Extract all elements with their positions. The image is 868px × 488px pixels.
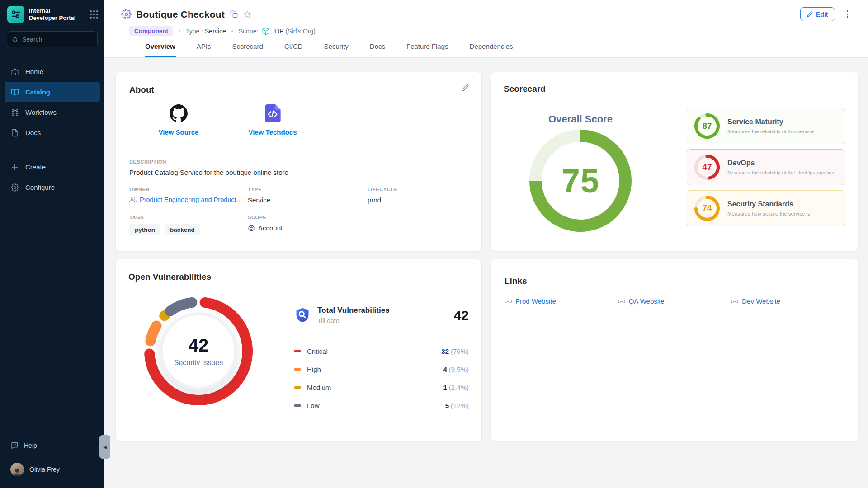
score-ring: 47 bbox=[694, 155, 720, 180]
description-label: DESCRIPTION bbox=[129, 159, 468, 164]
catalog-icon bbox=[10, 88, 19, 96]
content: About View Source View Techdocs bbox=[104, 58, 868, 488]
help-label: Help bbox=[24, 442, 37, 449]
edit-button[interactable]: Edit bbox=[800, 7, 835, 21]
sidebar-item-home[interactable]: Home bbox=[0, 61, 104, 82]
workflows-icon bbox=[10, 108, 19, 117]
page-title: Boutique Checkout bbox=[136, 9, 225, 20]
tag-chip[interactable]: python bbox=[129, 224, 160, 235]
logo-row: Internal Developer Portal bbox=[0, 0, 104, 23]
severity-pct: (2.4%) bbox=[449, 384, 469, 391]
gear-icon bbox=[10, 183, 19, 192]
help-button[interactable]: ? Help bbox=[0, 437, 104, 454]
vulnerabilities-donut: 42 Security Issues bbox=[144, 297, 253, 405]
scope-label: Scope: bbox=[239, 28, 259, 35]
overall-score-donut: 75 bbox=[529, 130, 632, 232]
tab-docs[interactable]: Docs bbox=[369, 42, 386, 57]
app-logo-icon bbox=[7, 6, 24, 23]
owner-link[interactable]: Product Engineering and Product... bbox=[129, 196, 248, 203]
severity-pct: (9.5%) bbox=[449, 366, 469, 373]
sidebar-search[interactable] bbox=[7, 31, 98, 47]
sidebar-nav: Home Catalog Workflows Docs bbox=[0, 61, 104, 143]
overall-score-label: Overall Score bbox=[548, 113, 613, 125]
total-vulnerabilities-value: 42 bbox=[454, 308, 469, 323]
tab-apis[interactable]: APIs bbox=[196, 42, 212, 57]
security-issues-label: Security Issues bbox=[174, 359, 223, 367]
copy-icon[interactable] bbox=[230, 10, 238, 18]
view-source-link[interactable]: View Source bbox=[149, 104, 208, 136]
severity-label: Medium bbox=[307, 384, 331, 391]
sidebar-collapse-handle[interactable]: ◀ bbox=[99, 435, 110, 459]
tags-label: TAGS bbox=[129, 215, 248, 220]
link-label: QA Website bbox=[629, 297, 665, 305]
scope-org: (Sid's Org) bbox=[286, 28, 316, 35]
vulnerabilities-card: Open Vulnerabilities 42 Security Issues bbox=[115, 259, 482, 441]
sidebar-item-configure[interactable]: Configure bbox=[0, 177, 104, 197]
home-icon bbox=[10, 68, 19, 76]
description-value: Product Catalog Service for the boutique… bbox=[129, 169, 468, 176]
user-menu[interactable]: Olivia Frey bbox=[0, 457, 104, 483]
tab-feature-flags[interactable]: Feature Flags bbox=[406, 42, 449, 57]
apps-grid-icon[interactable] bbox=[90, 10, 98, 19]
star-icon[interactable] bbox=[243, 10, 251, 19]
main: Boutique Checkout Edit Component Type : … bbox=[104, 0, 868, 488]
type-label: Type : bbox=[186, 28, 203, 35]
score-ring: 74 bbox=[694, 196, 720, 221]
tab-dependencies[interactable]: Dependencies bbox=[469, 42, 514, 57]
links-card: Links Prod Website QA Website Dev Websit… bbox=[491, 259, 859, 441]
chevron-left-icon: ◀ bbox=[103, 445, 107, 450]
score-value: 87 bbox=[694, 113, 720, 139]
sidebar-item-label: Home bbox=[25, 68, 43, 75]
score-name: Security Standards bbox=[727, 200, 810, 208]
edit-about-icon[interactable] bbox=[461, 84, 469, 92]
package-icon bbox=[262, 27, 270, 35]
kind-badge: Component bbox=[129, 26, 173, 36]
shield-search-icon bbox=[294, 307, 311, 324]
techdocs-icon bbox=[264, 104, 281, 122]
tab-scorecard[interactable]: Scorecard bbox=[231, 42, 263, 57]
sidebar-item-label: Workflows bbox=[25, 108, 57, 116]
overall-score-value: 75 bbox=[561, 162, 599, 200]
score-desc: Measures the reliability of this service bbox=[727, 129, 814, 134]
low-dash-icon bbox=[294, 404, 301, 407]
scorecard-item-service-maturity[interactable]: 87 Service Maturity Measures the reliabi… bbox=[687, 108, 845, 144]
severity-row-low: Low 5(12%) bbox=[294, 396, 469, 414]
sidebar-actions: Create Configure bbox=[0, 157, 104, 197]
sidebar-item-label: Catalog bbox=[25, 88, 50, 96]
score-desc: Measures the reliability of the DevOps p… bbox=[727, 170, 835, 175]
severity-count: 5 bbox=[445, 402, 449, 409]
dev-website-link[interactable]: Dev Website bbox=[731, 297, 844, 305]
sidebar-item-label: Docs bbox=[25, 129, 41, 136]
sidebar-item-label: Create bbox=[25, 163, 46, 171]
tab-bar: Overview APIs Scorecard CI/CD Security D… bbox=[145, 42, 850, 57]
qa-website-link[interactable]: QA Website bbox=[618, 297, 731, 305]
sidebar-item-create[interactable]: Create bbox=[0, 157, 104, 177]
sidebar-divider bbox=[7, 55, 98, 55]
sidebar-item-workflows[interactable]: Workflows bbox=[0, 102, 104, 122]
scope-meta-value: Account bbox=[258, 224, 283, 232]
users-icon bbox=[129, 196, 137, 203]
sidebar-item-catalog[interactable]: Catalog bbox=[5, 82, 100, 102]
tab-overview[interactable]: Overview bbox=[145, 42, 176, 57]
tab-security[interactable]: Security bbox=[324, 42, 349, 57]
tag-chip[interactable]: backend bbox=[165, 224, 200, 235]
severity-row-high: High 4(9.5%) bbox=[294, 360, 469, 378]
links-title: Links bbox=[505, 276, 844, 286]
view-techdocs-label: View Techdocs bbox=[249, 128, 297, 136]
severity-label: Low bbox=[307, 402, 320, 409]
sidebar-item-docs[interactable]: Docs bbox=[0, 122, 104, 143]
component-gear-icon bbox=[121, 9, 132, 19]
lifecycle-label: LIFECYCLE bbox=[368, 187, 468, 192]
tab-cicd[interactable]: CI/CD bbox=[284, 42, 303, 57]
more-menu-icon[interactable] bbox=[845, 9, 850, 20]
scope-value[interactable]: IDP bbox=[273, 28, 283, 35]
dot-separator bbox=[179, 30, 180, 32]
severity-count: 1 bbox=[443, 384, 447, 391]
scorecard-item-devops[interactable]: 47 DevOps Measures the reliability of th… bbox=[687, 149, 845, 185]
search-input[interactable] bbox=[22, 36, 93, 43]
link-label: Prod Website bbox=[515, 297, 556, 305]
prod-website-link[interactable]: Prod Website bbox=[505, 297, 618, 305]
scorecard-item-security-standards[interactable]: 74 Security Standards Measures how secur… bbox=[687, 190, 845, 226]
view-techdocs-link[interactable]: View Techdocs bbox=[243, 104, 302, 136]
score-desc: Measures how secure the service is bbox=[727, 211, 810, 216]
